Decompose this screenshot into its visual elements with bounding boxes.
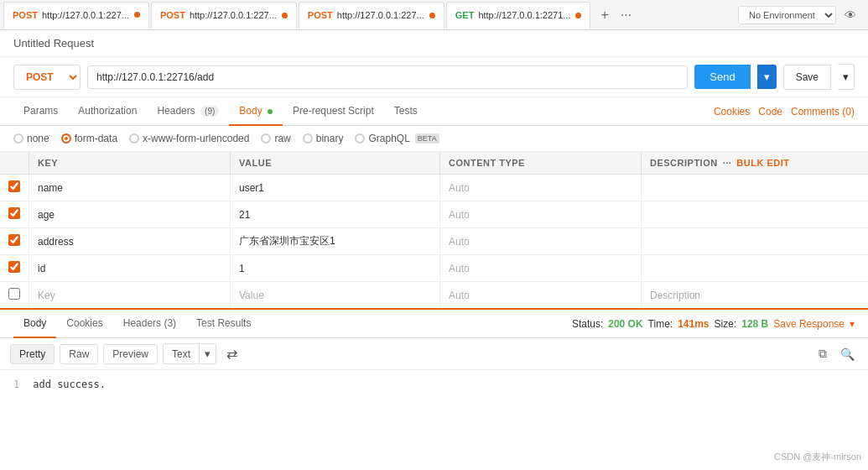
code-link[interactable]: Code (758, 106, 782, 118)
row-0-checkbox-cell (0, 175, 29, 201)
table-row: name user1 Auto (0, 175, 868, 201)
radio-graphql (355, 133, 365, 144)
row-1-checkbox[interactable] (8, 207, 20, 219)
tab-1[interactable]: POST http://127.0.0.1:227... (3, 2, 149, 29)
row-3-checkbox[interactable] (8, 261, 20, 273)
tab-2[interactable]: POST http://127.0.0.1:227... (151, 2, 297, 29)
option-graphql[interactable]: GraphQL BETA (355, 133, 439, 144)
req-tabs-right: Cookies Code Comments (0) (714, 106, 855, 118)
row-1-checkbox-cell (0, 201, 29, 228)
tab-1-dot (134, 12, 140, 18)
row-2-checkbox[interactable] (8, 234, 20, 246)
row-1-content-type: Auto (440, 201, 642, 228)
resp-tab-headers[interactable]: Headers (3) (113, 310, 186, 338)
tab-4-dot (575, 13, 581, 18)
env-bar: No Environment 👁 (738, 6, 865, 24)
row-0-key: name (29, 175, 231, 201)
method-select[interactable]: POST (13, 65, 81, 90)
option-urlencoded[interactable]: x-www-form-urlencoded (129, 133, 249, 144)
tab-2-dot (282, 13, 288, 18)
radio-none (13, 133, 23, 144)
wrap-button[interactable]: ⇄ (221, 344, 242, 363)
row-3-value: 1 (231, 255, 440, 282)
url-input[interactable] (87, 65, 688, 89)
th-key: KEY (29, 152, 231, 175)
copy-button[interactable]: ⧉ (815, 345, 830, 363)
option-none[interactable]: none (13, 133, 49, 144)
size-label: Size: (715, 318, 737, 330)
time-label: Time: (648, 318, 673, 330)
text-dropdown[interactable]: Text ▾ (163, 343, 216, 364)
more-tabs-button[interactable]: ··· (617, 6, 635, 24)
pretty-button[interactable]: Pretty (10, 344, 55, 364)
row-2-key: address (29, 228, 231, 255)
tab-4[interactable]: GET http://127.0.0.1:2271... (446, 2, 591, 29)
row-3-key: id (29, 255, 231, 282)
option-raw[interactable]: raw (261, 133, 290, 144)
add-tab-button[interactable]: + (597, 6, 611, 24)
time-value: 141ms (678, 318, 709, 330)
tab-bar: POST http://127.0.0.1:227... POST http:/… (0, 0, 868, 30)
save-dropdown-button[interactable]: ▾ (838, 64, 855, 90)
row-4-key: Key (29, 282, 231, 309)
tab-4-method: GET (455, 10, 475, 20)
tab-3-method: POST (308, 10, 333, 20)
tab-prerequest[interactable]: Pre-request Script (283, 97, 384, 126)
row-2-description (642, 228, 869, 255)
row-4-checkbox-cell (0, 282, 29, 309)
text-format-dropdown[interactable]: ▾ (199, 344, 216, 363)
row-4-description: Description (642, 282, 869, 309)
row-3-description (642, 255, 869, 282)
env-select[interactable]: No Environment (738, 6, 836, 24)
raw-button[interactable]: Raw (60, 344, 98, 364)
send-button[interactable]: Send (694, 65, 750, 89)
more-options-icon[interactable]: ··· (723, 158, 732, 168)
tab-actions: + ··· (597, 6, 635, 24)
tab-3-dot (429, 13, 435, 18)
row-1-value: 21 (231, 201, 440, 228)
tab-body[interactable]: Body (229, 97, 283, 126)
th-content-type: CONTENT TYPE (440, 152, 642, 175)
url-bar: POST Send ▾ Save ▾ (0, 57, 868, 97)
status-value: 200 OK (608, 318, 642, 330)
line-number: 1 (13, 379, 19, 390)
search-button[interactable]: 🔍 (837, 345, 858, 363)
body-active-dot (268, 109, 273, 114)
form-data-table-wrapper: KEY VALUE CONTENT TYPE DESCRIPTION ··· B… (0, 152, 868, 308)
tab-headers[interactable]: Headers (9) (147, 97, 229, 126)
row-3-content-type: Auto (440, 255, 642, 282)
comments-link[interactable]: Comments (0) (791, 106, 855, 118)
send-dropdown-button[interactable]: ▾ (757, 65, 777, 89)
row-2-content-type: Auto (440, 228, 642, 255)
resp-tab-cookies[interactable]: Cookies (56, 310, 112, 338)
preview-button[interactable]: Preview (103, 344, 158, 364)
row-0-checkbox[interactable] (8, 180, 20, 192)
tab-3[interactable]: POST http://127.0.0.1:227... (299, 2, 444, 29)
tab-params[interactable]: Params (13, 97, 68, 126)
cookies-link[interactable]: Cookies (714, 106, 750, 118)
save-response-button[interactable]: Save Response (773, 318, 845, 330)
headers-badge: (9) (200, 106, 219, 117)
row-1-key: age (29, 201, 231, 228)
resp-tab-body[interactable]: Body (13, 310, 56, 338)
resp-toolbar: Pretty Raw Preview Text ▾ ⇄ ⧉ 🔍 (0, 338, 868, 370)
tab-authorization[interactable]: Authorization (68, 97, 147, 126)
size-value: 128 B (741, 318, 768, 330)
resp-tab-test-results[interactable]: Test Results (186, 310, 261, 338)
option-form-data[interactable]: form-data (61, 133, 117, 144)
save-button[interactable]: Save (783, 65, 831, 90)
resp-meta: Status: 200 OK Time: 141ms Size: 128 B S… (572, 313, 855, 335)
tab-2-method: POST (160, 10, 185, 20)
radio-raw (261, 133, 271, 144)
th-description: DESCRIPTION ··· Bulk Edit (642, 152, 869, 175)
tab-tests[interactable]: Tests (384, 97, 428, 126)
resp-toolbar-right: ⧉ 🔍 (815, 345, 858, 363)
row-4-checkbox[interactable] (8, 288, 20, 300)
save-response-dropdown[interactable]: ▾ (850, 318, 855, 330)
bulk-edit-button[interactable]: Bulk Edit (736, 158, 789, 168)
env-eye-button[interactable]: 👁 (843, 7, 858, 24)
row-0-description (642, 175, 869, 201)
row-3-checkbox-cell (0, 255, 29, 282)
th-checkbox (0, 152, 29, 175)
option-binary[interactable]: binary (303, 133, 344, 144)
